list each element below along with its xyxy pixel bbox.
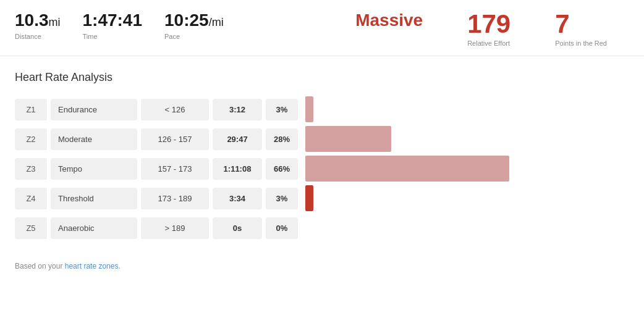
zone-bar <box>305 126 391 152</box>
zone-label: Z5 <box>15 217 47 239</box>
main-content: Heart Rate Analysis Z1Endurance< 1263:12… <box>0 56 644 254</box>
time-stat: 1:47:41 Time <box>83 11 143 40</box>
zone-name: Moderate <box>51 128 137 150</box>
relative-effort-stat: 179 Relative Effort <box>467 11 511 47</box>
table-row: Z3Tempo157 - 1731:11:0866% <box>15 156 629 182</box>
zone-label: Z1 <box>15 99 47 120</box>
points-label: Points in the Red <box>555 40 607 47</box>
zone-pct: 28% <box>266 128 298 150</box>
section-title: Heart Rate Analysis <box>15 71 629 84</box>
relative-effort-value: 179 <box>467 11 511 37</box>
table-row: Z2Moderate126 - 15729:4728% <box>15 126 629 152</box>
zone-time: 1:11:08 <box>213 158 262 180</box>
zone-bar-container <box>305 156 629 182</box>
time-label: Time <box>83 33 143 40</box>
header: 10.3mi Distance 1:47:41 Time 10:25/mi Pa… <box>0 0 644 56</box>
zone-bar-container <box>305 96 629 122</box>
zone-label: Z2 <box>15 128 47 150</box>
effort-group: Massive <box>355 11 423 30</box>
massive-label: Massive <box>355 11 423 30</box>
pace-value: 10:25/mi <box>164 11 224 30</box>
zone-time: 0s <box>213 217 262 239</box>
zone-pct: 0% <box>266 217 298 239</box>
zone-range: 173 - 189 <box>141 188 209 209</box>
zone-time: 29:47 <box>213 128 262 150</box>
zone-pct: 3% <box>266 188 298 209</box>
zone-name: Anaerobic <box>51 217 137 239</box>
zone-name: Threshold <box>51 188 137 209</box>
zone-range: 126 - 157 <box>141 128 209 150</box>
zone-bar-container <box>305 126 629 152</box>
zone-bar <box>305 96 313 122</box>
zone-range: < 126 <box>141 99 209 120</box>
footer-text: Based on your <box>15 262 65 270</box>
table-row: Z4Threshold173 - 1893:343% <box>15 185 629 211</box>
zone-label: Z4 <box>15 188 47 209</box>
zone-label: Z3 <box>15 158 47 180</box>
footer: Based on your heart rate zones. <box>0 254 644 280</box>
distance-label: Distance <box>15 33 61 40</box>
zone-time: 3:34 <box>213 188 262 209</box>
zone-bar <box>305 185 313 211</box>
zone-bar-container <box>305 215 629 241</box>
relative-effort-label: Relative Effort <box>467 40 511 47</box>
zone-name: Endurance <box>51 99 137 120</box>
zone-bar-container <box>305 185 629 211</box>
zone-pct: 3% <box>266 99 298 120</box>
zone-bar <box>305 156 509 182</box>
pace-stat: 10:25/mi Pace <box>164 11 224 40</box>
zone-name: Tempo <box>51 158 137 180</box>
points-stat: 7 Points in the Red <box>555 11 607 47</box>
zone-range: 157 - 173 <box>141 158 209 180</box>
distance-value: 10.3mi <box>15 11 61 30</box>
heart-rate-zones-link[interactable]: heart rate zones. <box>65 262 121 270</box>
time-value: 1:47:41 <box>83 11 143 30</box>
table-row: Z1Endurance< 1263:123% <box>15 96 629 122</box>
distance-stat: 10.3mi Distance <box>15 11 61 40</box>
pace-label: Pace <box>164 33 224 40</box>
points-value: 7 <box>555 11 607 37</box>
zone-time: 3:12 <box>213 99 262 120</box>
table-row: Z5Anaerobic> 1890s0% <box>15 215 629 241</box>
zone-range: > 189 <box>141 217 209 239</box>
hr-table: Z1Endurance< 1263:123%Z2Moderate126 - 15… <box>15 96 629 241</box>
zone-pct: 66% <box>266 158 298 180</box>
